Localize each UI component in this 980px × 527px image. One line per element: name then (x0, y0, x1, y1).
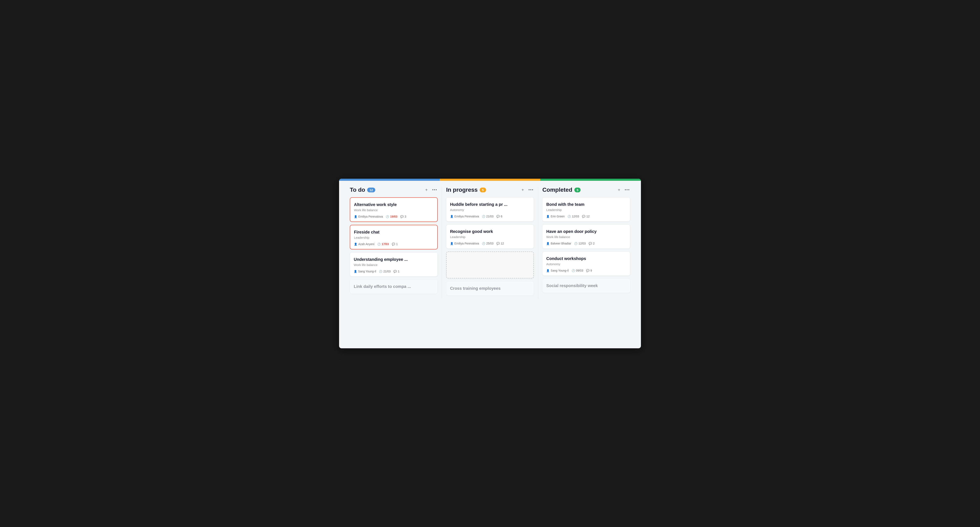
card-title-card-2: Fireside chat (354, 229, 434, 235)
card-tag-card-1: Work life balance (354, 208, 434, 212)
comment-icon (586, 269, 589, 272)
card-title-card-5: Huddle before starting a pr ... (450, 202, 530, 207)
card-footer-card-11: Sang Young-Il09/039 (546, 269, 626, 272)
card-tag-card-6: Leadership (450, 235, 530, 239)
card-assignee-card-9: Erin Green (546, 215, 565, 218)
card-title-card-8: Cross training employees (450, 286, 530, 291)
card-card-11[interactable]: Conduct workshopsAutonomySang Young-Il09… (542, 252, 630, 276)
comment-count: 3 (405, 215, 406, 218)
card-footer-card-10: Balveer Bhadiar12/032 (546, 242, 626, 245)
card-card-5[interactable]: Huddle before starting a pr ...AutonomyE… (446, 197, 534, 221)
card-footer-card-6: Emiliya Perevalova25/0312 (450, 242, 530, 245)
user-icon (450, 242, 453, 245)
top-bar (339, 179, 641, 181)
card-comments-card-1: 3 (400, 215, 406, 218)
date-value: 21/03 (486, 215, 493, 218)
column-title-inprogress: In progress (446, 186, 477, 193)
card-date-card-11: 09/03 (572, 269, 583, 272)
clock-icon (377, 242, 381, 246)
card-card-9[interactable]: Bond with the teamLeadershipErin Green12… (542, 197, 630, 221)
assignee-name: Erin Green (550, 215, 565, 218)
user-icon (546, 215, 550, 218)
date-value: 17/03 (382, 242, 389, 246)
clock-icon (574, 242, 578, 245)
clock-icon (386, 215, 389, 218)
date-value: 25/03 (486, 242, 493, 245)
add-card-button-todo[interactable]: + (424, 187, 430, 193)
more-options-button-completed[interactable]: ••• (624, 187, 630, 193)
card-tag-card-11: Autonomy (546, 262, 626, 266)
card-title-card-3: Understanding employee ... (354, 257, 434, 262)
date-value: 12/03 (579, 242, 586, 245)
clock-icon (568, 215, 571, 218)
card-assignee-card-3: Sang Young-Il (354, 269, 376, 273)
column-badge-inprogress: 5 (480, 188, 486, 193)
comment-icon (589, 242, 592, 245)
top-bar-inprogress (440, 179, 541, 181)
board: To do12+•••Alternative work styleWork li… (339, 181, 641, 304)
column-divider (538, 186, 538, 298)
comment-count: 2 (593, 242, 595, 245)
more-options-button-todo[interactable]: ••• (432, 187, 438, 193)
comment-icon (400, 215, 404, 218)
card-comments-card-10: 2 (589, 242, 595, 245)
card-assignee-card-1: Emiliya Perevalova (354, 215, 383, 218)
card-comments-card-11: 9 (586, 269, 592, 272)
column-badge-todo: 12 (367, 188, 375, 193)
date-value: 12/03 (572, 215, 579, 218)
clock-icon (572, 269, 575, 272)
user-icon (354, 215, 357, 218)
more-options-button-inprogress[interactable]: ••• (528, 187, 534, 193)
card-assignee-card-2: Azah Anyeni (354, 242, 374, 246)
card-footer-card-3: Sang Young-Il21/031 (354, 269, 434, 273)
card-card-3[interactable]: Understanding employee ...Work life bala… (350, 252, 438, 277)
card-placeholder-card-7 (446, 252, 534, 279)
comment-count: 9 (590, 269, 592, 272)
column-inprogress: In progress5+•••Huddle before starting a… (443, 186, 537, 298)
card-date-card-3: 21/03 (379, 269, 391, 273)
card-comments-card-2: 1 (392, 242, 398, 246)
card-tag-card-2: Leadership (354, 236, 434, 239)
column-header-todo: To do12+••• (350, 186, 438, 193)
top-bar-todo (339, 179, 440, 181)
column-actions-completed: +••• (616, 187, 630, 193)
card-footer-card-1: Emiliya Perevalova19/033 (354, 215, 434, 218)
card-card-1[interactable]: Alternative work styleWork life balanceE… (350, 197, 438, 222)
card-card-10[interactable]: Have an open door policyWork life balanc… (542, 224, 630, 248)
card-assignee-card-6: Emiliya Perevalova (450, 242, 479, 245)
card-title-card-6: Recognise good work (450, 229, 530, 234)
card-tag-card-3: Work life balance (354, 263, 434, 267)
card-title-card-4: Link daily efforts to compa ... (354, 284, 434, 289)
card-title-card-11: Conduct workshops (546, 256, 626, 261)
comment-count: 1 (396, 242, 398, 246)
comment-icon (393, 269, 397, 273)
card-date-card-6: 25/03 (482, 242, 493, 245)
column-header-completed: Completed5+••• (542, 186, 630, 193)
assignee-name: Sang Young-Il (358, 270, 376, 273)
card-footer-card-5: Emiliya Perevalova21/036 (450, 215, 530, 218)
card-card-2[interactable]: Fireside chatLeadershipAzah Anyeni17/031 (350, 225, 438, 250)
card-title-card-10: Have an open door policy (546, 229, 626, 234)
assignee-name: Balveer Bhadiar (550, 242, 571, 245)
card-date-card-10: 12/03 (574, 242, 586, 245)
add-card-button-completed[interactable]: + (616, 187, 622, 193)
card-date-card-5: 21/03 (482, 215, 493, 218)
column-actions-todo: +••• (424, 187, 438, 193)
card-date-card-1: 19/03 (386, 215, 398, 218)
card-date-card-9: 12/03 (568, 215, 579, 218)
comment-icon (582, 215, 585, 218)
comment-icon (496, 215, 500, 218)
add-card-button-inprogress[interactable]: + (520, 187, 525, 193)
card-card-8[interactable]: Cross training employees (446, 281, 534, 296)
card-card-12[interactable]: Social responsibility week (542, 279, 630, 293)
card-comments-card-5: 6 (496, 215, 503, 218)
card-title-card-12: Social responsibility week (546, 283, 626, 288)
card-title-card-1: Alternative work style (354, 202, 434, 207)
card-card-4[interactable]: Link daily efforts to compa ... (350, 279, 438, 294)
card-title-card-9: Bond with the team (546, 202, 626, 207)
date-value: 21/03 (383, 270, 391, 273)
card-date-card-2: 17/03 (377, 242, 389, 246)
card-card-6[interactable]: Recognise good workLeadershipEmiliya Per… (446, 224, 534, 248)
comment-count: 1 (398, 270, 399, 273)
app-window: To do12+•••Alternative work styleWork li… (339, 179, 641, 348)
